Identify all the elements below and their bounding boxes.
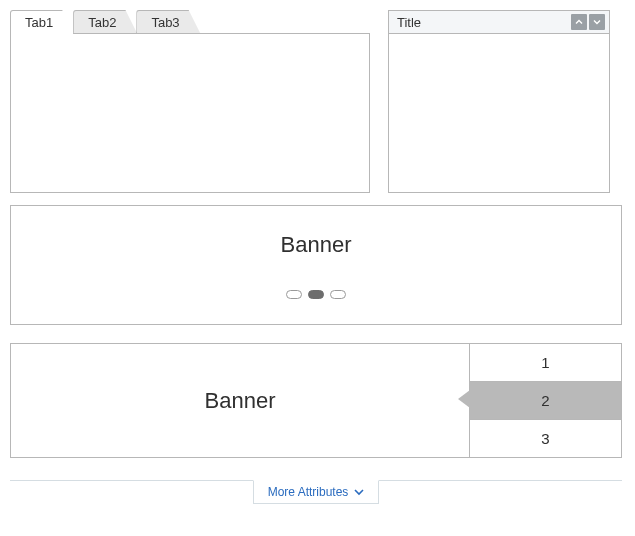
banner-text: Banner	[11, 206, 621, 284]
tab-body	[10, 33, 370, 193]
banner-main: Banner	[11, 344, 469, 457]
panel-header: Title	[389, 11, 609, 34]
panel-buttons	[571, 14, 605, 30]
tab-1[interactable]: Tab1	[10, 10, 74, 34]
chevron-up-icon	[574, 17, 584, 27]
carousel-nav-item-2[interactable]: 2	[470, 382, 621, 420]
tab-2[interactable]: Tab2	[73, 10, 137, 34]
carousel-nav-list: 1 2 3	[469, 344, 621, 457]
carousel-nav-item-3[interactable]: 3	[470, 420, 621, 457]
footer: More Attributes	[10, 480, 622, 505]
carousel-dot-2[interactable]	[308, 290, 324, 299]
pointer-icon	[458, 388, 470, 414]
banner-carousel-list: Banner 1 2 3	[10, 343, 622, 458]
carousel-dot-1[interactable]	[286, 290, 302, 299]
expand-button[interactable]	[589, 14, 605, 30]
tab-container: Tab1 Tab2 Tab3	[10, 10, 370, 193]
collapse-button[interactable]	[571, 14, 587, 30]
more-attributes-label: More Attributes	[268, 485, 349, 499]
chevron-down-icon	[592, 17, 602, 27]
more-attributes-button[interactable]: More Attributes	[253, 480, 380, 504]
panel-body	[389, 34, 609, 192]
chevron-down-icon	[354, 487, 364, 497]
carousel-nav-item-1[interactable]: 1	[470, 344, 621, 382]
banner-carousel-dots: Banner	[10, 205, 622, 325]
carousel-dots	[11, 284, 621, 309]
panel-title: Title	[397, 15, 421, 30]
banner-text: Banner	[205, 388, 276, 414]
carousel-dot-3[interactable]	[330, 290, 346, 299]
tab-3[interactable]: Tab3	[136, 10, 200, 34]
panel: Title	[388, 10, 610, 193]
tab-strip: Tab1 Tab2 Tab3	[10, 10, 370, 34]
